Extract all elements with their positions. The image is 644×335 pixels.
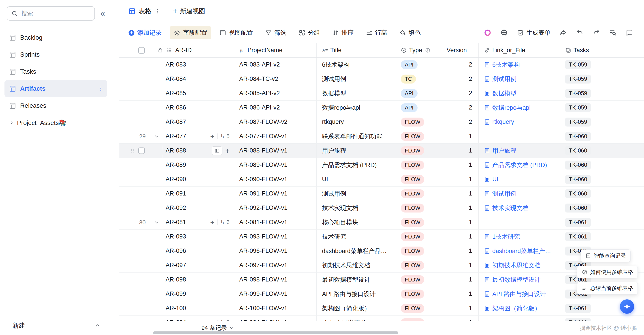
cell-tasks[interactable]: TK-059: [560, 115, 644, 129]
cell-link-or-file[interactable]: 技术实现文档: [479, 201, 560, 215]
cell-projectname[interactable]: AR-087-FLOW-v2: [234, 115, 317, 129]
automation-globe-button[interactable]: [500, 29, 508, 37]
cell-version[interactable]: 1: [441, 215, 479, 229]
subitems-count[interactable]: ↳ 6: [220, 219, 230, 225]
cell-type[interactable]: FLOW: [396, 287, 441, 301]
row-head[interactable]: [119, 301, 151, 315]
cell-version[interactable]: 1: [441, 187, 479, 201]
cell-version[interactable]: 1: [441, 272, 479, 287]
cell-title[interactable]: 测试用例: [317, 187, 396, 201]
cell-ar-id[interactable]: AR-089: [151, 158, 234, 172]
add-subrecord-button[interactable]: +: [210, 319, 214, 321]
task-chip[interactable]: TK-060: [565, 146, 591, 155]
file-link[interactable]: 产品需求文档 (PRD): [484, 161, 547, 169]
cell-ar-id[interactable]: AR-091: [151, 187, 234, 201]
cell-title[interactable]: 初期技术思维文档: [317, 258, 396, 272]
chevron-up-icon[interactable]: [94, 322, 101, 329]
cell-version[interactable]: 2: [441, 115, 479, 129]
cell-type[interactable]: API: [396, 101, 441, 115]
cell-tasks[interactable]: TK-060: [560, 187, 644, 201]
tab-grid-view[interactable]: 表格: [124, 0, 164, 22]
sort-button[interactable]: 排序: [332, 29, 354, 37]
cell-tasks[interactable]: TK-062: [560, 315, 644, 321]
cell-projectname[interactable]: AR-090-FLOW-v1: [234, 172, 317, 186]
cell-ar-id[interactable]: AR-092: [151, 201, 234, 215]
cell-ar-id[interactable]: AR-083: [151, 58, 234, 72]
task-chip[interactable]: TK-060: [565, 175, 591, 184]
cell-version[interactable]: 1: [441, 244, 479, 258]
task-chip[interactable]: TK-060: [565, 132, 591, 141]
cell-tasks[interactable]: TK-060: [560, 158, 644, 172]
table-row[interactable]: AR-096AR-096-FLOW-v1dashboard菜单栏产品…FLOW1…: [119, 244, 644, 258]
sidebar-item-projectassets[interactable]: Project_Assets📚: [4, 114, 107, 131]
cell-version[interactable]: 1: [441, 158, 479, 172]
cell-projectname[interactable]: AR-099-FLOW-v1: [234, 287, 317, 301]
horizontal-scrollbar[interactable]: [153, 331, 398, 334]
cell-title[interactable]: 架构图（简化版）: [317, 301, 396, 315]
cell-link-or-file[interactable]: 测试用例: [479, 187, 560, 201]
cell-ar-id[interactable]: AR-099: [151, 287, 234, 301]
row-checkbox[interactable]: [138, 147, 145, 154]
cell-ar-id[interactable]: AR-088+: [151, 144, 234, 158]
comment-button[interactable]: [626, 29, 633, 37]
task-chip[interactable]: TK-060: [565, 189, 591, 198]
file-link[interactable]: 数据repo与api: [484, 104, 530, 112]
row-head[interactable]: [119, 158, 151, 172]
cell-title[interactable]: 用户旅程: [317, 144, 396, 158]
cell-title[interactable]: API 路由与接口设计: [317, 287, 396, 301]
column-header-ar-id[interactable]: AR-ID: [151, 43, 234, 57]
task-chip[interactable]: TK-062: [565, 318, 591, 321]
cell-projectname[interactable]: AR-094-FLOW-v1: [234, 315, 317, 321]
row-head[interactable]: 31: [119, 315, 151, 321]
cell-version[interactable]: 1: [441, 172, 479, 186]
cell-ar-id[interactable]: AR-094+↳ 5: [151, 315, 234, 321]
subitems-count[interactable]: ↳ 5: [220, 133, 230, 140]
cell-projectname[interactable]: AR-091-FLOW-v1: [234, 187, 317, 201]
capacity-indicator[interactable]: [484, 29, 492, 37]
table-row[interactable]: AR-089AR-089-FLOW-v1产品需求文档 (PRD)FLOW1产品需…: [119, 158, 644, 172]
cell-link-or-file[interactable]: dashboard菜单栏产…: [479, 244, 560, 258]
cell-link-or-file[interactable]: 6技术架构: [479, 58, 560, 72]
column-header-type[interactable]: Type: [396, 43, 441, 57]
cell-projectname[interactable]: AR-085-API-v2: [234, 86, 317, 100]
file-link[interactable]: 6技术架构: [484, 61, 520, 69]
field-config-button[interactable]: 字段配置: [170, 26, 211, 40]
file-link[interactable]: 测试用例: [484, 190, 516, 198]
add-subrecord-button[interactable]: +: [210, 219, 214, 226]
cell-projectname[interactable]: AR-089-FLOW-v1: [234, 158, 317, 172]
search-input[interactable]: [21, 10, 90, 17]
collapse-sidebar-button[interactable]: «: [99, 8, 106, 19]
cell-projectname[interactable]: AR-097-FLOW-v1: [234, 258, 317, 272]
cell-link-or-file[interactable]: 数据模型: [479, 86, 560, 100]
cell-type[interactable]: FLOW: [396, 129, 441, 143]
cell-ar-id[interactable]: AR-097: [151, 258, 234, 272]
fill-color-button[interactable]: 填色: [399, 29, 421, 37]
cell-ar-id[interactable]: AR-098: [151, 272, 234, 287]
table-row[interactable]: AR-083AR-083-API-v26技术架构API26技术架构TK-059: [119, 58, 644, 72]
task-chip[interactable]: TK-060: [565, 204, 591, 212]
task-chip[interactable]: TK-059: [565, 89, 591, 98]
table-row[interactable]: AR-091AR-091-FLOW-v1测试用例FLOW1测试用例TK-060: [119, 187, 644, 201]
info-icon[interactable]: [425, 48, 430, 53]
cell-title[interactable]: 6技术架构: [317, 58, 396, 72]
row-height-button[interactable]: 行高: [366, 29, 387, 37]
column-header-title[interactable]: A Title: [317, 43, 396, 57]
group-button[interactable]: 分组: [298, 29, 320, 37]
table-row[interactable]: AR-093AR-093-FLOW-v1技术研究FLOW11技术研究TK-061: [119, 229, 644, 244]
row-head[interactable]: [119, 172, 151, 186]
table-row[interactable]: 30AR-081+↳ 6AR-081-FLOW-v1核心项目模块FLOW1TK-…: [119, 215, 644, 229]
cell-type[interactable]: API: [396, 58, 441, 72]
task-chip[interactable]: TK-059: [565, 103, 591, 112]
cell-tasks[interactable]: TK-059: [560, 86, 644, 100]
file-link[interactable]: 测试用例: [484, 75, 516, 83]
cell-tasks[interactable]: TK-059: [560, 101, 644, 115]
cell-ar-id[interactable]: AR-085: [151, 86, 234, 100]
row-head[interactable]: 30: [119, 215, 151, 229]
row-head[interactable]: [119, 72, 151, 86]
task-chip[interactable]: TK-059: [565, 60, 591, 69]
cell-projectname[interactable]: AR-084-TC-v2: [234, 72, 317, 86]
drag-handle[interactable]: [130, 148, 136, 154]
cell-type[interactable]: API: [396, 86, 441, 100]
add-record-button[interactable]: 添加记录: [128, 29, 162, 37]
column-header-tasks[interactable]: Tasks: [560, 43, 644, 57]
